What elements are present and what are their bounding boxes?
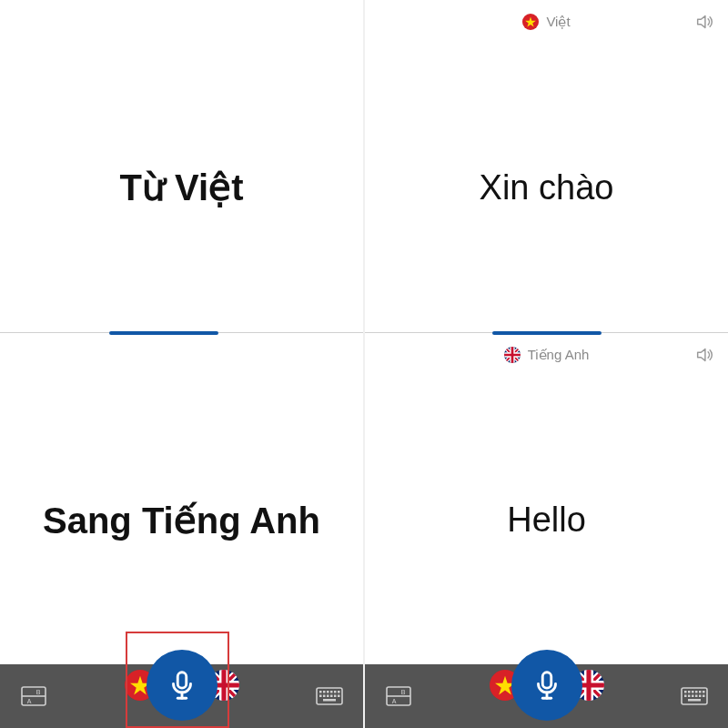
keyboard-button[interactable] <box>681 682 708 710</box>
source-text: Xin chào <box>480 168 614 207</box>
two-screens: Từ Việt Sang Tiếng Anh <box>0 0 728 728</box>
target-body: Hello <box>365 377 728 665</box>
screen-left: Từ Việt Sang Tiếng Anh <box>0 0 363 728</box>
bottom-toolbar <box>365 664 728 728</box>
target-lang-label[interactable]: Tiếng Anh <box>504 347 590 363</box>
target-pane: Tiếng Anh Hello <box>365 333 728 665</box>
source-placeholder: Từ Việt <box>120 167 244 208</box>
speak-target-button[interactable] <box>693 344 715 366</box>
keyboard-button[interactable] <box>316 682 343 710</box>
source-body: Xin chào <box>365 44 728 332</box>
screen-right: Việt Xin chào Tiếng Anh <box>363 0 728 728</box>
source-pane: Việt Xin chào <box>365 0 728 332</box>
target-placeholder: Sang Tiếng Anh <box>43 500 320 541</box>
speak-source-button[interactable] <box>693 11 715 33</box>
vietnam-flag-icon <box>522 14 539 30</box>
source-lang-text: Việt <box>546 14 570 30</box>
source-pane: Từ Việt <box>0 0 363 332</box>
swap-mode-button[interactable] <box>20 682 47 710</box>
target-body: Sang Tiếng Anh <box>0 377 363 665</box>
target-lang-text: Tiếng Anh <box>528 347 590 363</box>
mic-button[interactable] <box>511 650 582 721</box>
source-header <box>0 0 363 44</box>
mic-button[interactable] <box>147 650 217 721</box>
source-header: Việt <box>365 0 728 44</box>
swap-mode-button[interactable] <box>385 682 412 710</box>
mic-cluster <box>490 650 604 721</box>
uk-flag-icon <box>504 347 521 363</box>
bottom-toolbar <box>0 664 363 728</box>
target-header: Tiếng Anh <box>365 333 728 377</box>
source-lang-label[interactable]: Việt <box>522 14 570 30</box>
source-body: Từ Việt <box>0 44 363 332</box>
target-header <box>0 333 363 377</box>
target-text: Hello <box>507 500 586 540</box>
target-pane: Sang Tiếng Anh <box>0 333 363 665</box>
mic-cluster <box>125 650 239 721</box>
